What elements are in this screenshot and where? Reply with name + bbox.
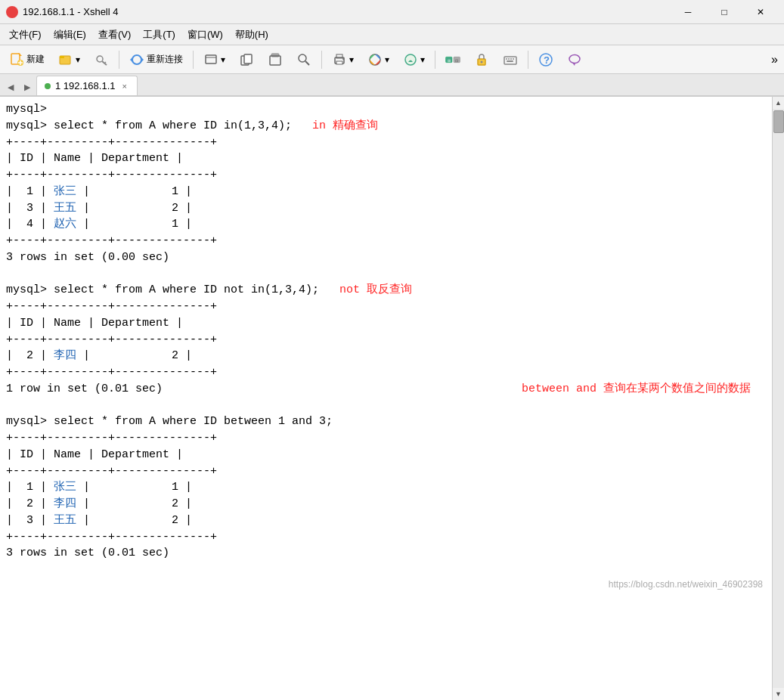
row-3-1: | 1 | 张三 | 1 | bbox=[6, 479, 766, 496]
watermark: https://blog.csdn.net/weixin_46902398 bbox=[6, 578, 766, 591]
svg-text:⊡: ⊡ bbox=[455, 57, 458, 62]
new-button[interactable]: 新建 bbox=[3, 49, 51, 70]
blank-line-1 bbox=[6, 266, 766, 283]
svg-marker-44 bbox=[572, 63, 575, 66]
compose-button[interactable]: ⊞ ⊡ bbox=[439, 49, 466, 70]
paste-icon bbox=[268, 52, 283, 67]
toolbar-separator-5 bbox=[528, 51, 528, 69]
comment-between: between and 查询在某两个数值之间的数据 bbox=[522, 381, 766, 398]
svg-rect-18 bbox=[244, 54, 252, 63]
svg-text:⊞: ⊞ bbox=[448, 57, 451, 62]
scrollbar-down-arrow[interactable]: ▼ bbox=[773, 688, 785, 700]
toolbar-separator-3 bbox=[321, 51, 322, 69]
toolbar-separator-4 bbox=[435, 51, 435, 69]
window-title: 192.168.1.1 - Xshell 4 bbox=[23, 6, 118, 17]
search-button[interactable] bbox=[290, 49, 318, 70]
maximize-button[interactable]: □ bbox=[707, 1, 742, 23]
chat-icon bbox=[567, 52, 582, 67]
chat-button[interactable] bbox=[561, 49, 588, 70]
tab-bar: ◀ ▶ 1 192.168.1.1 × bbox=[0, 74, 784, 97]
profile-dropdown-icon: ▾ bbox=[420, 54, 425, 65]
keyboard-button[interactable] bbox=[497, 49, 524, 70]
terminal-line-sql3: mysql> select * from A where ID between … bbox=[6, 413, 766, 430]
menu-bar: 文件(F) 编辑(E) 查看(V) 工具(T) 窗口(W) 帮助(H) bbox=[0, 24, 784, 45]
profile-button[interactable]: ▾ bbox=[397, 49, 431, 70]
menu-window[interactable]: 窗口(W) bbox=[181, 26, 229, 44]
terminal-wrapper: mysql> mysql> select * from A where ID i… bbox=[0, 97, 784, 700]
border-1: +----+---------+--------------+ bbox=[6, 135, 766, 151]
row-3-3: | 3 | 王五 | 2 | bbox=[6, 513, 766, 529]
key-button[interactable] bbox=[88, 49, 115, 70]
result-2: 1 row in set (0.01 sec) bbox=[6, 381, 163, 398]
tab-nav-left[interactable]: ◀ bbox=[3, 79, 18, 95]
row-2-1: | 2 | 李四 | 2 | bbox=[6, 348, 766, 364]
print-button[interactable]: ▾ bbox=[326, 49, 360, 70]
svg-marker-14 bbox=[130, 57, 132, 62]
svg-point-10 bbox=[97, 56, 103, 62]
minimize-button[interactable]: ─ bbox=[671, 1, 705, 23]
open-icon bbox=[58, 52, 73, 67]
svg-line-22 bbox=[305, 61, 309, 65]
svg-point-21 bbox=[299, 54, 306, 62]
copy-icon bbox=[239, 52, 254, 67]
lock-button[interactable] bbox=[468, 49, 495, 70]
header-2: | ID | Name | Department | bbox=[6, 315, 766, 332]
help-icon: ? bbox=[538, 52, 553, 67]
row-3-2: | 2 | 李四 | 2 | bbox=[6, 496, 766, 513]
svg-rect-25 bbox=[336, 61, 342, 64]
svg-rect-20 bbox=[270, 56, 280, 65]
row-1-1: | 1 | 张三 | 1 | bbox=[6, 184, 766, 200]
reconnect-button[interactable]: 重新连接 bbox=[123, 49, 189, 70]
svg-rect-8 bbox=[60, 56, 64, 58]
search-icon bbox=[296, 52, 311, 67]
scrollbar-thumb[interactable] bbox=[773, 110, 784, 133]
result-row-with-comment: 1 row in set (0.01 sec) between and 查询在某… bbox=[6, 381, 766, 398]
border-6: +----+---------+--------------+ bbox=[6, 364, 766, 381]
tab-session-1[interactable]: 1 192.168.1.1 × bbox=[36, 76, 138, 95]
svg-point-26 bbox=[342, 58, 344, 60]
key-icon bbox=[94, 52, 109, 67]
tab-nav-right[interactable]: ▶ bbox=[20, 79, 35, 95]
prompt-1: mysql> bbox=[6, 103, 47, 116]
menu-help[interactable]: 帮助(H) bbox=[229, 26, 274, 44]
settings-dropdown-icon: ▾ bbox=[221, 54, 225, 65]
theme-button[interactable]: ▾ bbox=[361, 49, 395, 70]
border-3: +----+---------+--------------+ bbox=[6, 233, 766, 249]
keyboard-icon bbox=[503, 52, 518, 67]
sql-cmd-2: mysql> select * from A where ID not in(1… bbox=[6, 283, 319, 296]
border-9: +----+---------+--------------+ bbox=[6, 529, 766, 546]
new-label: 新建 bbox=[26, 53, 45, 66]
app-icon bbox=[6, 6, 18, 18]
menu-tools[interactable]: 工具(T) bbox=[137, 26, 181, 44]
menu-edit[interactable]: 编辑(E) bbox=[48, 26, 92, 44]
svg-point-43 bbox=[569, 54, 580, 63]
settings-button[interactable]: ▾ bbox=[197, 49, 231, 70]
border-7: +----+---------+--------------+ bbox=[6, 430, 766, 447]
scrollbar-track[interactable] bbox=[773, 109, 784, 688]
terminal-content[interactable]: mysql> mysql> select * from A where ID i… bbox=[0, 97, 772, 700]
menu-view[interactable]: 查看(V) bbox=[92, 26, 137, 44]
print-dropdown-icon: ▾ bbox=[349, 54, 354, 65]
lock-icon bbox=[474, 52, 489, 67]
scrollbar: ▲ ▼ bbox=[772, 97, 784, 700]
reconnect-label: 重新连接 bbox=[147, 53, 183, 66]
new-icon bbox=[9, 52, 24, 67]
help-button[interactable]: ? bbox=[532, 49, 559, 70]
tab-label: 1 192.168.1.1 bbox=[55, 80, 116, 91]
border-2: +----+---------+--------------+ bbox=[6, 167, 766, 184]
blank-line-2 bbox=[6, 398, 766, 414]
sql-cmd-1: mysql> select * from A where ID in(1,3,4… bbox=[6, 119, 292, 132]
toolbar-more-button[interactable]: » bbox=[768, 53, 781, 67]
scrollbar-up-arrow[interactable]: ▲ bbox=[773, 97, 785, 109]
tab-close-button[interactable]: × bbox=[120, 81, 129, 91]
title-bar: 192.168.1.1 - Xshell 4 ─ □ ✕ bbox=[0, 0, 784, 24]
open-button[interactable]: ▾ bbox=[52, 49, 86, 70]
theme-icon bbox=[367, 52, 383, 67]
close-button[interactable]: ✕ bbox=[743, 1, 778, 23]
copy-button[interactable] bbox=[233, 49, 260, 70]
open-dropdown-icon: ▾ bbox=[76, 54, 80, 65]
theme-dropdown-icon: ▾ bbox=[385, 54, 389, 65]
menu-file[interactable]: 文件(F) bbox=[3, 26, 48, 44]
svg-rect-15 bbox=[206, 55, 216, 63]
paste-button[interactable] bbox=[262, 49, 289, 70]
